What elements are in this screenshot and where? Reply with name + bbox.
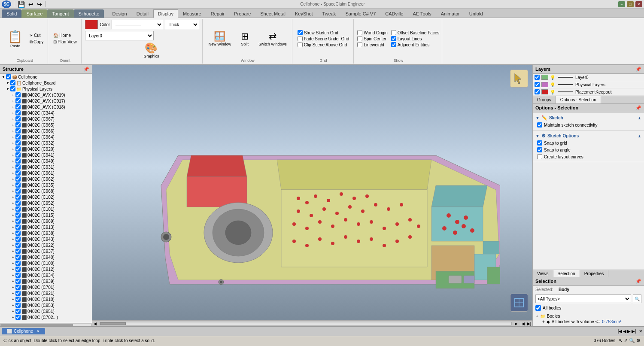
redo-button[interactable]: ↪	[36, 1, 43, 8]
tab-measure[interactable]: Measure	[178, 9, 206, 18]
tab-animator[interactable]: Animator	[436, 9, 465, 18]
nav-first-btn[interactable]: |◀	[618, 329, 623, 334]
all-bodies-check[interactable]	[535, 305, 541, 311]
maximize-button[interactable]: □	[627, 1, 634, 7]
tab-prepare[interactable]: Prepare	[229, 9, 255, 18]
lineweight-checkbox[interactable]	[357, 42, 362, 47]
tab-sheet-metal[interactable]: Sheet Metal	[255, 9, 290, 18]
scroll-right-btn[interactable]: ▶	[513, 322, 519, 326]
keepout-check[interactable]	[535, 89, 540, 94]
scroll-nav-left[interactable]: |◀	[519, 322, 526, 326]
maintain-connectivity-check[interactable]	[537, 122, 542, 127]
keepout-bulb[interactable]: 💡	[550, 90, 555, 94]
check-root[interactable]	[6, 74, 11, 79]
physical-check[interactable]	[535, 82, 540, 87]
layer-row-physical[interactable]: 💡 Physical Layers	[533, 81, 644, 88]
exp-c917[interactable]: +	[10, 99, 15, 103]
tab-solid[interactable]: Solid	[2, 9, 21, 18]
tab-aetools[interactable]: AE Tools	[408, 9, 436, 18]
tree-c917[interactable]: + ⬛ 0402C_AVX (C917)	[0, 98, 92, 104]
tab-selection-bottom[interactable]: Selection	[553, 270, 580, 277]
layer-select[interactable]: Layer0 Physical Layers PlacementKeepout	[85, 31, 154, 40]
tree-hscroll[interactable]	[0, 323, 92, 326]
tab-sample[interactable]: Sample C# V7	[340, 9, 380, 18]
tree-cellphone-board[interactable]: ▼ 📋 Cellphone_Board	[0, 80, 92, 86]
board-3d-view[interactable]	[114, 87, 500, 320]
sketch-opts-collapse[interactable]: ▲	[638, 134, 641, 138]
tab-properties[interactable]: Properties	[580, 270, 609, 277]
tab-options-selection[interactable]: Options · Selection	[556, 96, 601, 103]
tab-detail[interactable]: Detail	[132, 9, 153, 18]
offset-baseline-checkbox[interactable]	[391, 30, 396, 35]
layer0-color[interactable]	[541, 75, 548, 80]
plan-view-button[interactable]: ⊞ Plan View	[52, 39, 78, 45]
physical-bulb[interactable]: 💡	[550, 82, 555, 87]
app-logo[interactable]: SC	[2, 0, 11, 8]
layer-row-layer0[interactable]: 💡 Layer0	[533, 74, 644, 81]
tab-unfold[interactable]: Unfold	[465, 9, 488, 18]
create-layout-check[interactable]	[537, 154, 542, 159]
tab-groups[interactable]: Groups	[533, 96, 556, 103]
settings-tool[interactable]: ⚙	[636, 338, 641, 343]
type-search-button[interactable]: 🔍	[633, 294, 641, 303]
zoom-tool[interactable]: 🔍	[629, 338, 635, 343]
show-sketch-grid-checkbox[interactable]	[298, 30, 303, 35]
chk-c919[interactable]	[15, 92, 21, 97]
home-button[interactable]: 🏠 Home	[52, 33, 78, 38]
tree-c967[interactable]: + ⬛ 0402C (C967)	[0, 116, 92, 122]
adjacent-entities-checkbox[interactable]	[391, 42, 396, 47]
tab-surface[interactable]: Surface	[21, 9, 47, 18]
layer-row-keepout[interactable]: 💡 PlacementKeepout	[533, 88, 644, 96]
graphics-button[interactable]: 🎨 Graphics	[140, 40, 162, 60]
sketch-options-header[interactable]: ▼ ⚙ Sketch Options ▲	[535, 132, 641, 140]
chk-c917[interactable]	[15, 98, 21, 103]
tree-c918[interactable]: + ⬛ 0402C_AVX (C918)	[0, 104, 92, 110]
tree-root[interactable]: ▼ 📦 Cellphone	[0, 74, 92, 80]
bodies-volume-link[interactable]: 0.753mm²	[602, 319, 621, 324]
split-button[interactable]: ⊞ Split	[236, 29, 253, 48]
options-pin[interactable]: 📌	[635, 105, 641, 111]
scrollbar-track[interactable]	[100, 322, 512, 325]
cursor-tool[interactable]: ↗	[624, 338, 628, 343]
nav-prev-btn[interactable]: ◀	[623, 329, 626, 334]
structure-pin[interactable]: 📌	[83, 67, 89, 72]
tree-c344[interactable]: + ⬛ 0402C (C344)	[0, 110, 92, 116]
bodies-root-item[interactable]: + 📁 Bodies	[535, 313, 641, 319]
viewport[interactable]	[92, 65, 532, 320]
bodies-expand[interactable]: +	[536, 314, 538, 319]
tab-silhouette[interactable]: Silhouette	[74, 9, 104, 18]
close-tabs-btn[interactable]: ✕	[639, 329, 642, 334]
color-swatch[interactable]	[85, 20, 98, 29]
line-style-select[interactable]: —————— - - - - - ·········	[112, 20, 163, 29]
tab-cadville[interactable]: CADville	[380, 9, 408, 18]
viewport-scrollbar[interactable]: ◀ ▶ |◀ ▶|	[92, 320, 532, 326]
tree-c919[interactable]: + ⬛ 0402C_AVX (C919)	[0, 92, 92, 98]
keepout-color[interactable]	[541, 89, 548, 94]
undo-button[interactable]: ↩	[27, 1, 34, 8]
tab-design[interactable]: Design	[107, 9, 131, 18]
layer0-bulb[interactable]: 💡	[550, 75, 555, 80]
physical-color[interactable]	[541, 82, 548, 87]
tree-hscroll-thumb[interactable]	[1, 324, 73, 326]
sketch-header[interactable]: ▼ ✏️ Sketch ▲	[535, 114, 641, 121]
thick-select[interactable]: Thick Thin Medium	[165, 20, 199, 29]
select-tool[interactable]: ↖	[619, 338, 623, 343]
bodies-sub-expand[interactable]: +	[542, 319, 545, 324]
nav-last-btn[interactable]: ▶|	[632, 329, 636, 334]
scrollbar-thumb[interactable]	[100, 322, 126, 325]
tree-container[interactable]: ▼ 📦 Cellphone ▼ 📋 Cellphone_Board ▼ 📁 Ph…	[0, 74, 92, 323]
view-mode-icon[interactable]	[510, 294, 528, 312]
scroll-nav-right[interactable]: ▶|	[526, 322, 532, 326]
type-select[interactable]: <All Types>	[535, 294, 631, 303]
tab-repair[interactable]: Repair	[206, 9, 229, 18]
layers-pin[interactable]: 📌	[635, 67, 641, 72]
fade-scene-checkbox[interactable]	[298, 36, 303, 41]
tree-physical-layers[interactable]: ▼ 📁 Physical Layers	[0, 86, 92, 92]
bodies-sub-item[interactable]: + ◆ All bodies with volume <= 0.753mm²	[535, 319, 641, 325]
tab-display[interactable]: Display	[153, 9, 178, 18]
sketch-collapse-btn[interactable]: ▲	[638, 116, 641, 120]
tab-keyshot[interactable]: KeyShot	[290, 9, 318, 18]
layer0-check[interactable]	[535, 75, 540, 80]
spin-center-checkbox[interactable]	[357, 36, 362, 41]
expand-physical[interactable]: ▼	[5, 87, 10, 91]
